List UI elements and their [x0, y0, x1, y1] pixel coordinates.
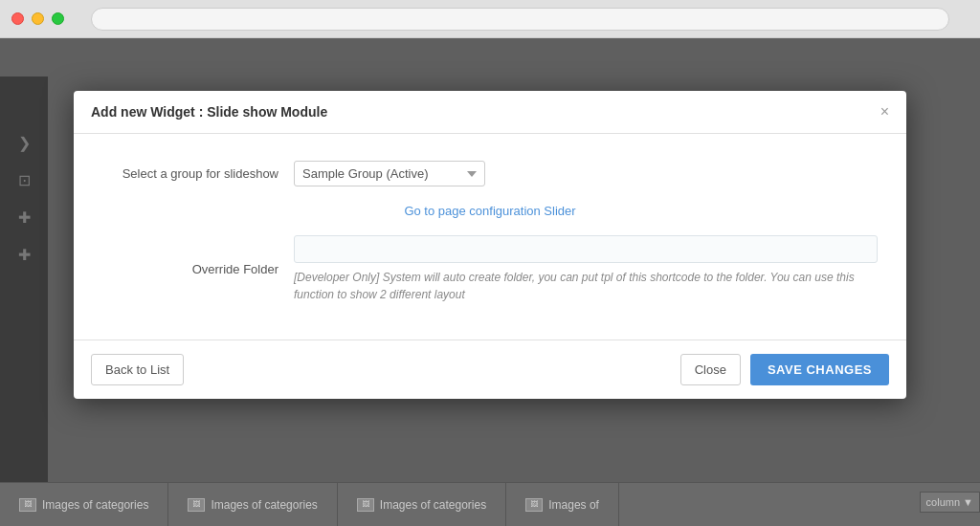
minimize-traffic-light[interactable] [32, 12, 44, 25]
config-link[interactable]: Go to page configuration Slider [102, 204, 878, 218]
override-folder-row: Override Folder [Developer Only] System … [102, 235, 878, 303]
list-item: 🖼 Images of categories [0, 483, 168, 526]
modal-overlay: Add new Widget : Slide show Module × Sel… [0, 38, 980, 482]
category-label-4: Images of [548, 498, 599, 512]
back-to-list-button[interactable]: Back to List [91, 354, 184, 385]
image-icon-3: 🖼 [357, 498, 374, 512]
category-label-3: Images of categories [380, 498, 486, 512]
override-input-wrap: [Developer Only] System will auto create… [294, 235, 878, 303]
image-icon-2: 🖼 [188, 498, 205, 512]
column-dropdown-button[interactable]: column ▼ [920, 492, 980, 513]
group-select[interactable]: Sample Group (Active) [294, 161, 485, 186]
category-label-1: Images of categories [42, 498, 148, 512]
list-item: 🖼 Images of [506, 483, 619, 526]
bottom-bar: 🖼 Images of categories 🖼 Images of categ… [0, 482, 980, 526]
close-button[interactable]: Close [680, 354, 741, 385]
config-link-row: Go to page configuration Slider [102, 204, 878, 218]
footer-right-buttons: Close SAVE CHANGES [680, 354, 889, 385]
close-traffic-light[interactable] [11, 12, 24, 25]
override-input[interactable] [294, 235, 878, 263]
maximize-traffic-light[interactable] [52, 12, 64, 25]
title-bar [0, 0, 980, 38]
modal-body: Select a group for slideshow Sample Grou… [74, 134, 906, 340]
group-select-row: Select a group for slideshow Sample Grou… [102, 161, 878, 186]
modal-dialog: Add new Widget : Slide show Module × Sel… [74, 91, 906, 399]
override-label: Override Folder [102, 262, 294, 276]
modal-title: Add new Widget : Slide show Module [91, 104, 327, 120]
category-label-2: Images of categories [211, 498, 317, 512]
modal-close-button[interactable]: × [880, 104, 889, 120]
address-bar[interactable] [91, 8, 949, 31]
image-icon-1: 🖼 [19, 498, 36, 512]
group-label: Select a group for slideshow [102, 166, 294, 181]
image-icon-4: 🖼 [525, 498, 543, 512]
list-item: 🖼 Images of categories [168, 483, 337, 526]
modal-footer: Back to List Close SAVE CHANGES [74, 340, 906, 399]
list-item: 🖼 Images of categories [338, 483, 506, 526]
group-select-wrap: Sample Group (Active) [294, 161, 878, 186]
modal-header: Add new Widget : Slide show Module × [74, 91, 906, 134]
save-changes-button[interactable]: SAVE CHANGES [750, 354, 889, 385]
override-help-text: [Developer Only] System will auto create… [294, 269, 878, 303]
